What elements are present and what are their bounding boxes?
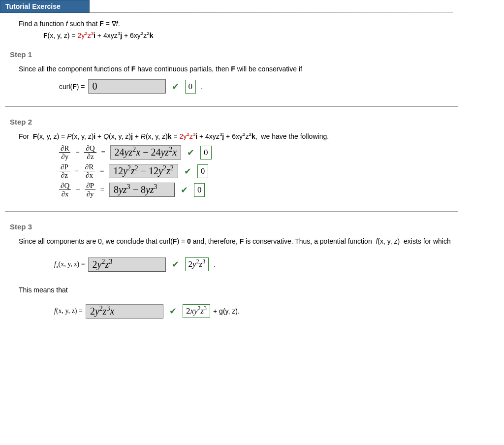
equals: = — [98, 167, 106, 175]
check-icon: ✔ — [169, 306, 177, 317]
partial-answer: 0 — [197, 164, 209, 178]
step2-intro: For F(x, y, z) = P(x, y, z)i + Q(x, y, z… — [19, 131, 504, 142]
fraction: ∂Q∂z — [84, 144, 96, 161]
fx-answer: 2y2z3 — [185, 257, 209, 271]
step1-F1: F — [131, 65, 136, 73]
fraction: ∂P∂y — [85, 182, 95, 198]
partial-input[interactable]: 24yz2x − 24yz2x — [110, 145, 181, 159]
equals: = — [99, 148, 107, 157]
exercise-prompt-block: Find a function f such that F = ∇f. F(x,… — [0, 13, 452, 39]
step1-F2: F — [231, 65, 235, 73]
curl-answer: 0 — [185, 80, 196, 94]
divider-1 — [5, 106, 458, 107]
step1-text-a: Since all the component functions of — [19, 65, 131, 73]
fraction: ∂R∂y — [59, 144, 70, 161]
divider-2 — [5, 211, 458, 212]
minus: − — [73, 148, 81, 157]
step3-para: Since all components are 0, we conclude … — [19, 236, 504, 248]
tutorial-header: Tutorial Exercise — [0, 0, 504, 13]
this-means: This means that — [19, 285, 504, 295]
fraction: ∂Q∂x — [59, 182, 71, 198]
exercise-prompt: Find a function f such that F = ∇f. — [19, 20, 452, 28]
partial-row: ∂R∂y − ∂Q∂z = 24yz2x − 24yz2x✔0 — [59, 144, 504, 161]
partial-answer: 0 — [194, 183, 205, 197]
step2-label: Step 2 — [10, 118, 504, 126]
check-icon: ✔ — [184, 166, 191, 177]
period: . — [214, 260, 216, 268]
vector-field-definition: F(x, y, z) = 2y2z3i + 4xyz3j + 6xy2z2k — [43, 32, 452, 39]
period: . — [201, 83, 203, 91]
check-icon: ✔ — [181, 185, 188, 195]
partial-row: ∂Q∂x − ∂P∂y = 8yz3 − 8yz3✔0 — [59, 182, 504, 198]
minus: − — [73, 167, 81, 175]
f-lhs: f(x, y, z) = — [54, 307, 83, 315]
fx-input[interactable]: 2y2z3 — [88, 257, 166, 272]
check-icon: ✔ — [172, 259, 179, 270]
header-title: Tutorial Exercise — [0, 0, 90, 13]
check-icon: ✔ — [172, 81, 179, 92]
fraction: ∂R∂x — [84, 163, 95, 180]
f-answer: 2xy2z3 — [183, 304, 210, 318]
curl-lhs: curl(F) = — [59, 83, 85, 91]
fx-lhs: fx(x, y, z) = — [54, 260, 85, 268]
step1-label: Step 1 — [10, 50, 504, 59]
step1-text-b: have continuous partials, then — [137, 65, 231, 73]
partial-input[interactable]: 8yz3 − 8yz3 — [109, 183, 175, 197]
step1-text-c: will be conservative if — [237, 65, 302, 73]
step3-label: Step 3 — [10, 222, 504, 231]
minus: − — [74, 186, 82, 194]
curl-input[interactable]: 0 — [88, 79, 166, 94]
step1-text: Since all the component functions of F h… — [19, 64, 504, 74]
fraction: ∂P∂z — [59, 163, 70, 180]
plus-g: + g(y, z). — [213, 307, 240, 315]
partial-input[interactable]: 12y2z2 − 12y2z2 — [109, 164, 178, 178]
equals: = — [98, 186, 106, 194]
check-icon: ✔ — [187, 147, 194, 158]
f-input[interactable]: 2y2z3x — [86, 304, 163, 318]
partial-row: ∂P∂z − ∂R∂x = 12y2z2 − 12y2z2✔0 — [59, 163, 504, 180]
partial-answer: 0 — [200, 146, 212, 159]
